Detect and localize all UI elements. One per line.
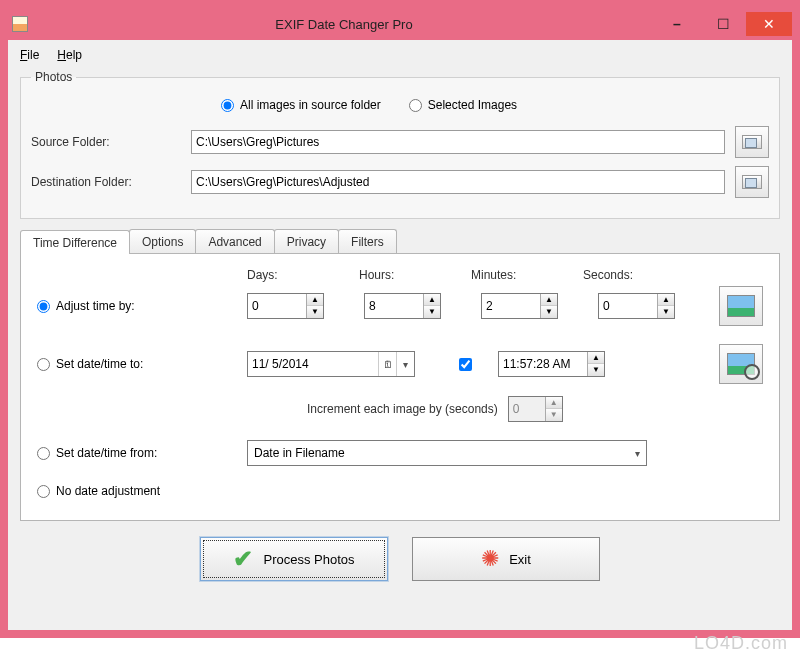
calendar-icon[interactable]: 🗓 (378, 352, 396, 376)
source-folder-row: Source Folder: (31, 126, 769, 158)
dest-folder-input[interactable] (191, 170, 725, 194)
spin-up-icon: ▲ (546, 397, 562, 409)
watermark: LO4D.com (694, 633, 788, 654)
window-controls: – ☐ ✕ (654, 12, 792, 36)
client-area: File Help Photos All images in source fo… (8, 40, 792, 630)
tab-advanced[interactable]: Advanced (195, 229, 274, 253)
radio-selected-images-input[interactable] (409, 99, 422, 112)
app-window: EXIF Date Changer Pro – ☐ ✕ File Help Ph… (0, 0, 800, 638)
pick-image-button[interactable] (719, 286, 763, 326)
hours-input[interactable] (365, 299, 423, 313)
date-input[interactable] (248, 357, 378, 371)
minutes-input[interactable] (482, 299, 540, 313)
photos-legend: Photos (31, 70, 76, 84)
no-adjust-row: No date adjustment (37, 484, 763, 498)
header-minutes: Minutes: (471, 268, 583, 282)
radio-all-images-label: All images in source folder (240, 98, 381, 112)
titlebar: EXIF Date Changer Pro – ☐ ✕ (8, 8, 792, 40)
radio-selected-images-label: Selected Images (428, 98, 517, 112)
menubar: File Help (16, 44, 784, 70)
seconds-input[interactable] (599, 299, 657, 313)
burst-icon: ✺ (481, 546, 499, 572)
set-date-time-row: Set date/time to: 🗓 ▾ ▲▼ (37, 344, 763, 384)
header-hours: Hours: (359, 268, 471, 282)
dest-folder-row: Destination Folder: (31, 166, 769, 198)
minimize-button[interactable]: – (654, 12, 700, 36)
date-picker[interactable]: 🗓 ▾ (247, 351, 415, 377)
spin-down-icon: ▼ (546, 409, 562, 421)
spin-up-icon[interactable]: ▲ (658, 294, 674, 306)
exit-label: Exit (509, 552, 531, 567)
set-date-from-row: Set date/time from: Date in Filename ▾ (37, 440, 763, 466)
picture-icon (727, 295, 755, 317)
radio-all-images[interactable]: All images in source folder (221, 98, 381, 112)
radio-set-date-from[interactable] (37, 447, 50, 460)
browse-source-button[interactable] (735, 126, 769, 158)
browse-dest-button[interactable] (735, 166, 769, 198)
pick-image-zoom-button[interactable] (719, 344, 763, 384)
source-folder-input[interactable] (191, 130, 725, 154)
increment-input (509, 402, 545, 416)
spin-down-icon[interactable]: ▼ (307, 306, 323, 318)
date-source-combo[interactable]: Date in Filename ▾ (247, 440, 647, 466)
window-title: EXIF Date Changer Pro (34, 17, 654, 32)
chevron-down-icon[interactable]: ▾ (396, 352, 414, 376)
adjust-time-row: Adjust time by: ▲▼ ▲▼ ▲▼ (37, 286, 763, 326)
spin-up-icon[interactable]: ▲ (541, 294, 557, 306)
image-scope-radios: All images in source folder Selected Ima… (221, 98, 769, 112)
spin-down-icon[interactable]: ▼ (588, 364, 604, 376)
chevron-down-icon: ▾ (635, 448, 640, 459)
seconds-spinner[interactable]: ▲▼ (598, 293, 675, 319)
radio-set-date-time-label: Set date/time to: (56, 357, 143, 371)
days-input[interactable] (248, 299, 306, 313)
time-picker[interactable]: ▲▼ (498, 351, 605, 377)
radio-set-date-from-label: Set date/time from: (56, 446, 157, 460)
radio-all-images-input[interactable] (221, 99, 234, 112)
maximize-button[interactable]: ☐ (700, 12, 746, 36)
footer-buttons: ✔ Process Photos ✺ Exit (16, 537, 784, 581)
radio-set-date-time[interactable] (37, 358, 50, 371)
radio-no-adjustment-label: No date adjustment (56, 484, 160, 498)
days-spinner[interactable]: ▲▼ (247, 293, 324, 319)
increment-label: Increment each image by (seconds) (307, 402, 498, 416)
time-enabled-checkbox[interactable] (459, 358, 472, 371)
source-folder-label: Source Folder: (31, 135, 181, 149)
minutes-spinner[interactable]: ▲▼ (481, 293, 558, 319)
radio-selected-images[interactable]: Selected Images (409, 98, 517, 112)
close-button[interactable]: ✕ (746, 12, 792, 36)
spin-down-icon[interactable]: ▼ (658, 306, 674, 318)
increment-spinner: ▲▼ (508, 396, 563, 422)
radio-no-adjustment[interactable] (37, 485, 50, 498)
time-input[interactable] (499, 357, 587, 371)
tab-time-difference[interactable]: Time Difference (20, 230, 130, 254)
process-photos-label: Process Photos (263, 552, 354, 567)
folder-icon (742, 175, 762, 189)
header-seconds: Seconds: (583, 268, 695, 282)
increment-row: Increment each image by (seconds) ▲▼ (307, 396, 763, 422)
tab-content: Days: Hours: Minutes: Seconds: Adjust ti… (20, 253, 780, 521)
tabstrip: Time Difference Options Advanced Privacy… (20, 229, 784, 253)
header-days: Days: (247, 268, 359, 282)
spin-up-icon[interactable]: ▲ (307, 294, 323, 306)
photos-group: Photos All images in source folder Selec… (20, 70, 780, 219)
tab-privacy[interactable]: Privacy (274, 229, 339, 253)
hours-spinner[interactable]: ▲▼ (364, 293, 441, 319)
duration-headers: Days: Hours: Minutes: Seconds: (247, 268, 763, 282)
menu-help[interactable]: Help (57, 48, 82, 62)
process-photos-button[interactable]: ✔ Process Photos (200, 537, 388, 581)
spin-down-icon[interactable]: ▼ (541, 306, 557, 318)
spin-up-icon[interactable]: ▲ (424, 294, 440, 306)
tab-options[interactable]: Options (129, 229, 196, 253)
tab-filters[interactable]: Filters (338, 229, 397, 253)
spin-up-icon[interactable]: ▲ (588, 352, 604, 364)
radio-adjust-time-label: Adjust time by: (56, 299, 135, 313)
exit-button[interactable]: ✺ Exit (412, 537, 600, 581)
app-icon (12, 16, 28, 32)
spin-down-icon[interactable]: ▼ (424, 306, 440, 318)
dest-folder-label: Destination Folder: (31, 175, 181, 189)
picture-magnify-icon (727, 353, 755, 375)
menu-file[interactable]: File (20, 48, 39, 62)
date-source-value: Date in Filename (254, 446, 345, 460)
radio-adjust-time[interactable] (37, 300, 50, 313)
folder-icon (742, 135, 762, 149)
